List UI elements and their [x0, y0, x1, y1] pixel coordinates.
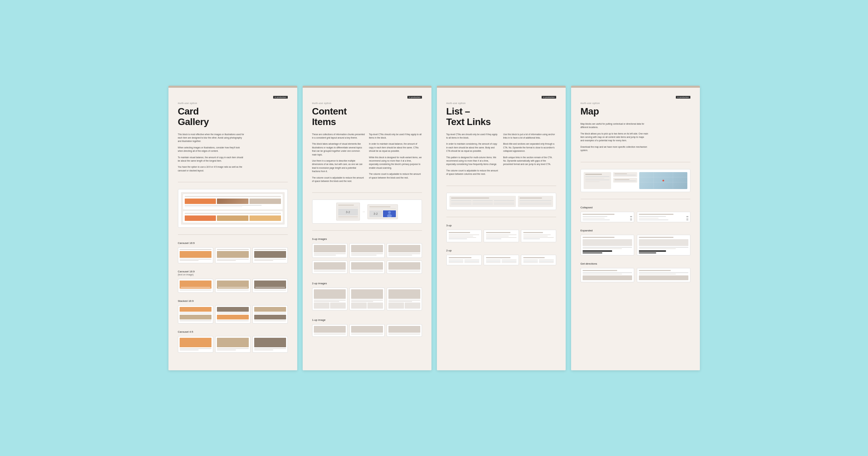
desc-4-2: Download the map and we have more specif… — [581, 145, 648, 152]
content-thumb-2 — [312, 261, 347, 274]
desc-2-r0: Top-level CTAs should only be used if th… — [369, 133, 422, 140]
thumb-8 — [215, 305, 250, 324]
desc-1-0: This block is most effective when the im… — [178, 133, 246, 143]
divider-1a — [178, 182, 288, 182]
content-thumb-6 — [387, 261, 422, 274]
divider-2a — [312, 192, 422, 193]
title-3: List –Text Links — [446, 106, 556, 127]
list-preview-2 — [484, 230, 519, 242]
thumb-5 — [215, 279, 250, 293]
content-thumb-1 — [312, 243, 347, 258]
variant-label-list-2up: 2-up — [446, 249, 556, 252]
variant-carousel-169-text: Carousel 16:9(text on image) — [178, 270, 288, 293]
variant-map-collapsed: Collapsed — [581, 206, 690, 222]
variant-carousel-169: Carousel 16:9 — [178, 242, 288, 263]
content-thumb-11 — [349, 324, 385, 337]
desc-4-1: The block allows you to pick up to two i… — [581, 132, 648, 143]
desc-3-r2: Both unique links in the section remain … — [503, 156, 556, 166]
desc-3-r0: Use this block to put a lot of informati… — [503, 133, 556, 140]
list-preview-4 — [446, 255, 482, 265]
desc-2-r1: In order to maintain visual balance, the… — [369, 142, 422, 153]
variant-map-expanded: Expanded — [581, 229, 690, 255]
status-tag-4: in production — [676, 96, 690, 99]
variant-carousel-45: Carousel 4:5 — [178, 330, 288, 353]
variant-label-stacked: Stacked 16:9 — [178, 299, 288, 303]
divider-3a — [446, 186, 556, 186]
thumb-2 — [215, 247, 250, 263]
title-2: ContentItems — [312, 106, 422, 127]
content-thumb-7 — [312, 288, 347, 310]
eyebrow-4: multi-use option — [581, 102, 690, 104]
variant-label-carousel-169: Carousel 16:9 — [178, 242, 288, 245]
variant-label-list-3up: 3-up — [446, 224, 556, 227]
status-tag-1: in production — [273, 96, 287, 99]
divider-1b — [178, 234, 288, 235]
eyebrow-3: multi-use option — [446, 102, 556, 104]
eyebrow-1: multi-use option — [178, 102, 288, 104]
page-map: in production multi-use option Map Map b… — [571, 86, 700, 370]
variant-3up: 3-up images — [312, 237, 422, 275]
thumb-3 — [253, 247, 288, 263]
variant-thumbs-stacked — [178, 305, 288, 324]
variant-thumbs-carousel-text — [178, 279, 288, 293]
variant-thumbs-carousel-169 — [178, 247, 288, 263]
status-tag-2: in production — [407, 96, 422, 99]
variant-stacked: Stacked 16:9 — [178, 299, 288, 324]
variant-label-carousel-text: Carousel 16:9(text on image) — [178, 270, 288, 276]
content-thumb-9 — [387, 288, 422, 310]
desc-2-r3: The column count is adjustable to reduce… — [369, 172, 422, 180]
desc-3-0: Top-level CTAs are should only be used i… — [446, 133, 499, 140]
thumb-7 — [178, 305, 213, 324]
page-card-gallery: in production multi-use option CardGalle… — [168, 86, 297, 370]
thumb-10 — [178, 336, 213, 353]
list-preview-6 — [521, 255, 556, 265]
variant-label-expanded: Expanded — [581, 229, 690, 232]
thumb-11 — [215, 336, 250, 353]
variant-thumbs-1up — [312, 324, 422, 338]
variant-thumbs-carousel-45 — [178, 336, 288, 353]
divider-4b — [581, 199, 690, 199]
variant-label-3up: 3-up images — [312, 237, 422, 241]
eyebrow-2: multi-use option — [312, 102, 422, 104]
desc-3-r1: Block title and sections are separated o… — [503, 142, 556, 153]
desc-1-1: When selecting images or illustrations, … — [178, 146, 246, 153]
content-thumb-8 — [349, 288, 385, 310]
variant-map-directions: Get directions — [581, 262, 690, 282]
variant-label-collapsed: Collapsed — [581, 206, 690, 209]
thumb-4 — [178, 279, 213, 293]
variant-label-1up: 1-up image — [312, 318, 422, 322]
content-thumb-3 — [349, 243, 385, 258]
thumb-12 — [253, 336, 288, 353]
content-thumb-10 — [312, 324, 347, 337]
variant-label-carousel-45: Carousel 4:5 — [178, 330, 288, 333]
desc-3-2: This pattern is designed for multi-colum… — [446, 156, 499, 166]
divider-3b — [446, 217, 556, 217]
page-content-items: in production multi-use option ContentIt… — [303, 86, 431, 370]
variant-list-3up: 3-up — [446, 224, 556, 242]
content-thumb-12 — [387, 324, 422, 337]
variant-thumbs-2up — [312, 288, 422, 312]
thumb-9 — [253, 305, 288, 324]
list-preview-1 — [446, 230, 482, 242]
pages-container: in production multi-use option CardGalle… — [168, 86, 700, 370]
thumb-6 — [253, 279, 288, 293]
divider-4a — [581, 162, 690, 162]
title-4: Map — [581, 106, 690, 117]
desc-2-1: This block takes advantage of visual ele… — [312, 142, 365, 157]
variant-label-directions: Get directions — [581, 262, 690, 265]
title-1: CardGallery — [178, 106, 288, 127]
variant-label-2up: 2-up images — [312, 282, 422, 285]
desc-3-1: In order to maintain consistency, the am… — [446, 142, 499, 153]
list-preview-5 — [484, 255, 519, 265]
desc-2-r2: While this block is designed for multi-v… — [369, 156, 422, 170]
variant-2up: 2-up images — [312, 282, 422, 312]
svg-point-0 — [388, 211, 391, 214]
divider-2b — [312, 230, 422, 231]
variant-thumbs-list-3up — [446, 230, 556, 242]
content-thumb-5 — [387, 243, 422, 258]
list-preview-3 — [521, 230, 556, 242]
variant-thumbs-3up — [312, 243, 422, 275]
desc-1-2: To maintain visual balance, the amount o… — [178, 156, 246, 163]
thumb-1 — [178, 247, 213, 263]
desc-1-3: You have the option to use a 16:9 or 4:5… — [178, 165, 246, 172]
